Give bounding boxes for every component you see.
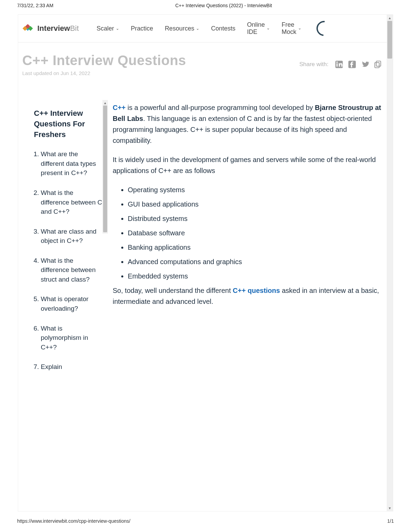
list-item: Advanced computations and graphics [128,256,387,267]
print-datetime: 7/31/22, 2:33 AM [17,3,53,8]
facebook-icon[interactable] [348,60,357,69]
list-item: Banking applications [128,242,387,253]
applications-list: Operating systems GUI based applications… [113,184,387,282]
svg-rect-5 [336,63,337,67]
question-link[interactable]: What is polymorphism in C++? [41,324,103,352]
intro-paragraph-2: It is widely used in the development of … [113,154,387,176]
content-row: ▲ C++ Interview Questions For Freshers W… [18,100,387,385]
print-page: 1/1 [387,518,394,524]
list-item: Operating systems [128,184,387,195]
svg-rect-8 [376,61,381,66]
print-header: 7/31/22, 2:33 AM C++ Interview Questions… [0,0,411,11]
chevron-down-icon: ⌄ [266,26,270,31]
list-item: Distributed systems [128,213,387,224]
logo-icon [21,24,35,33]
list-item: Embedded systems [128,271,387,282]
list-item: Database software [128,227,387,238]
linkedin-icon[interactable] [335,60,344,69]
print-doc-title: C++ Interview Questions (2022) - Intervi… [175,3,272,8]
nav-contests[interactable]: Contests [211,25,235,32]
nav-resources[interactable]: Resources⌄ [165,25,199,32]
list-item: GUI based applications [128,199,387,210]
print-url: https://www.interviewbit.com/cpp-intervi… [17,518,130,524]
cpp-questions-link[interactable]: C++ questions [233,287,280,294]
chevron-down-icon: ⌄ [196,26,199,31]
scroll-thumb[interactable] [387,21,392,59]
cpp-link[interactable]: C++ [113,104,126,111]
last-updated: Last updated on Jun 14, 2022 [22,70,186,76]
question-list: What are the different data types presen… [34,149,103,371]
top-nav: InterviewBit Scaler⌄ Practice Resources⌄… [18,15,387,42]
intro-paragraph-1: C++ is a powerful and all-purpose progra… [113,102,387,146]
brand-name: Interview [37,24,70,33]
article-main: C++ is a powerful and all-purpose progra… [107,100,387,385]
twitter-icon[interactable] [361,60,370,69]
nav-online-ide[interactable]: OnlineIDE⌄ [247,21,270,35]
scroll-up-icon[interactable]: ▲ [102,100,108,106]
nav-free-mock[interactable]: FreeMock⌄ [282,21,301,35]
question-link[interactable]: What is operator overloading? [41,294,103,313]
nav-practice[interactable]: Practice [131,25,153,32]
brand-logo[interactable]: InterviewBit [21,24,79,33]
chevron-down-icon: ⌄ [116,26,119,31]
question-link[interactable]: What is the difference between struct an… [41,256,103,284]
scroll-thumb[interactable] [103,106,107,232]
intro-paragraph-3: So, today, well understand the different… [113,285,387,307]
chevron-down-icon: ⌄ [298,26,301,31]
scroll-up-icon[interactable]: ▲ [387,15,393,21]
search-icon[interactable] [313,18,335,39]
question-link[interactable]: Explain [41,362,103,372]
share-block: Share with: [299,53,383,76]
svg-rect-9 [375,63,379,68]
page-viewport: ▲ ▼ InterviewBit Scaler⌄ Practice Resour… [18,14,393,511]
scroll-down-icon[interactable]: ▼ [387,505,393,511]
question-link[interactable]: What are the different data types presen… [41,149,103,178]
question-link[interactable]: What is the difference between C and C++… [41,188,103,216]
nav-scaler[interactable]: Scaler⌄ [97,25,119,32]
main-scrollbar[interactable]: ▲ ▼ [387,15,393,511]
question-link[interactable]: What are class and object in C++? [41,227,103,246]
print-footer: https://www.interviewbit.com/cpp-intervi… [17,518,394,524]
share-label: Share with: [299,61,328,68]
page-header: C++ Interview Questions Last updated on … [18,42,387,79]
sidebar-heading: C++ Interview Questions For Freshers [34,108,103,140]
page-title: C++ Interview Questions [22,53,186,68]
sidebar-scrollbar[interactable]: ▲ [102,100,108,234]
brand-suffix: Bit [70,24,79,33]
copy-link-icon[interactable] [374,60,383,69]
sidebar: ▲ C++ Interview Questions For Freshers W… [18,100,107,385]
svg-point-6 [336,62,338,63]
